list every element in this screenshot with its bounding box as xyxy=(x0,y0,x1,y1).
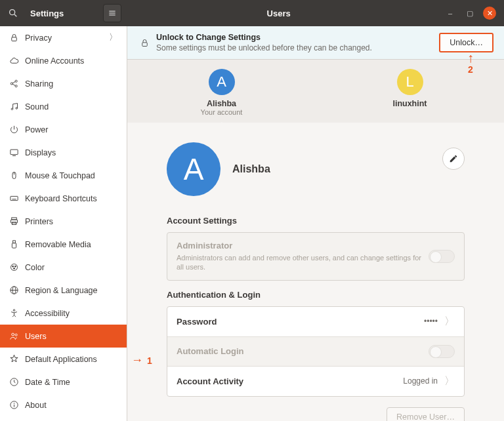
unlock-heading: Unlock to Change Settings xyxy=(156,33,439,42)
sidebar-item-label: About xyxy=(24,401,117,410)
page-title: Users xyxy=(121,9,436,18)
sidebar-item-removable-media[interactable]: Removable Media xyxy=(0,233,127,256)
sidebar-item-accessibility[interactable]: Accessibility xyxy=(0,302,127,325)
content: A Alishba Account Settings Administrator… xyxy=(127,123,504,421)
svg-rect-17 xyxy=(10,196,18,200)
minimize-button[interactable]: – xyxy=(444,7,457,20)
power-icon xyxy=(9,125,24,134)
user-sub: Your account xyxy=(127,108,316,116)
keyboard-icon xyxy=(9,193,24,203)
chevron-right-icon: 〉 xyxy=(442,315,455,329)
sidebar-item-power[interactable]: Power xyxy=(0,118,127,141)
profile-row: A Alishba xyxy=(167,142,465,196)
printer-icon xyxy=(9,216,24,226)
display-icon xyxy=(9,148,24,157)
sidebar-item-about[interactable]: About xyxy=(0,393,127,416)
music-icon xyxy=(9,102,24,111)
sidebar-item-online-accounts[interactable]: Online Accounts xyxy=(0,49,127,72)
color-icon xyxy=(9,262,24,272)
sidebar-item-color[interactable]: Color xyxy=(0,256,127,279)
sidebar-item-privacy[interactable]: Privacy 〉 xyxy=(0,26,127,49)
svg-line-10 xyxy=(12,84,15,86)
sidebar-item-label: Keyboard Shortcuts xyxy=(24,194,117,203)
svg-point-6 xyxy=(10,83,12,85)
auto-login-toggle xyxy=(429,345,455,358)
globe-icon xyxy=(9,285,24,295)
activity-value: Logged in xyxy=(403,376,442,386)
share-icon xyxy=(9,79,24,89)
unlock-banner: Unlock to Change Settings Some settings … xyxy=(127,26,504,60)
main-pane: Unlock to Change Settings Some settings … xyxy=(127,26,504,421)
sidebar-item-mouse-touchpad[interactable]: Mouse & Touchpad xyxy=(0,164,127,187)
titlebar: Settings Users – ▢ ✕ xyxy=(0,0,504,26)
sidebar-item-label: Sound xyxy=(24,102,117,111)
svg-point-27 xyxy=(14,268,15,269)
hamburger-button[interactable] xyxy=(103,4,121,22)
svg-point-11 xyxy=(11,108,13,110)
close-button[interactable]: ✕ xyxy=(483,7,496,20)
sidebar-item-label: Displays xyxy=(24,148,117,157)
star-icon xyxy=(9,354,24,364)
window-controls: – ▢ ✕ xyxy=(436,7,504,20)
chevron-right-icon: 〉 xyxy=(109,32,117,43)
svg-rect-5 xyxy=(12,37,17,41)
sidebar-item-label: Date & Time xyxy=(24,378,117,387)
sidebar-item-label: Power xyxy=(24,125,117,134)
sidebar: Privacy 〉 Online Accounts Sharing Sound … xyxy=(0,26,127,421)
info-icon xyxy=(9,400,24,410)
svg-point-12 xyxy=(16,108,18,110)
sidebar-item-users[interactable]: Users xyxy=(0,325,127,348)
sidebar-item-region-language[interactable]: Region & Language xyxy=(0,279,127,302)
sidebar-item-label: Privacy xyxy=(24,33,109,43)
remove-user-button: Remove User… xyxy=(387,407,465,421)
svg-point-33 xyxy=(15,334,17,336)
svg-point-37 xyxy=(14,403,14,404)
users-bar: A Alishba Your accountL linuxhint xyxy=(127,60,504,123)
avatar: A xyxy=(209,69,235,95)
edit-name-button[interactable] xyxy=(442,148,465,170)
sidebar-item-sound[interactable]: Sound xyxy=(0,95,127,118)
search-button[interactable] xyxy=(0,0,26,26)
maximize-button[interactable]: ▢ xyxy=(463,7,476,20)
svg-point-0 xyxy=(10,10,15,15)
password-value: ••••• xyxy=(424,317,442,326)
avatar: L xyxy=(397,69,423,95)
svg-rect-22 xyxy=(13,241,16,243)
auth-heading: Authentication & Login xyxy=(167,290,465,300)
svg-point-8 xyxy=(15,85,17,87)
lock-icon xyxy=(9,33,24,43)
account-settings-heading: Account Settings xyxy=(167,216,465,226)
password-label: Password xyxy=(177,317,424,327)
sidebar-item-sharing[interactable]: Sharing xyxy=(0,72,127,95)
svg-point-24 xyxy=(11,264,18,271)
accessibility-icon xyxy=(9,308,24,318)
profile-avatar[interactable]: A xyxy=(167,142,220,196)
user-name: linuxhint xyxy=(316,99,504,108)
sidebar-item-printers[interactable]: Printers xyxy=(0,210,127,233)
svg-point-7 xyxy=(15,80,17,82)
activity-label: Account Activity xyxy=(177,376,403,386)
sidebar-item-label: Region & Language xyxy=(24,286,117,295)
sidebar-item-displays[interactable]: Displays xyxy=(0,141,127,164)
sidebar-item-default-applications[interactable]: Default Applications xyxy=(0,348,127,371)
unlock-button[interactable]: Unlock… xyxy=(439,33,494,52)
sidebar-item-date-time[interactable]: Date & Time xyxy=(0,371,127,393)
auth-panel: Password ••••• 〉 Automatic Login Account… xyxy=(167,306,465,397)
svg-line-1 xyxy=(14,14,16,16)
profile-name: Alishba xyxy=(232,163,270,175)
svg-rect-23 xyxy=(12,243,16,249)
activity-row[interactable]: Account Activity Logged in 〉 xyxy=(167,367,464,396)
sidebar-item-keyboard-shortcuts[interactable]: Keyboard Shortcuts xyxy=(0,187,127,210)
user-chip-linuxhint[interactable]: L linuxhint xyxy=(316,69,504,123)
administrator-row: Administrator Administrators can add and… xyxy=(167,233,464,280)
sidebar-item-label: Online Accounts xyxy=(24,56,117,66)
sidebar-item-label: Mouse & Touchpad xyxy=(24,171,117,180)
user-chip-alishba[interactable]: A Alishba Your account xyxy=(127,69,316,123)
svg-rect-38 xyxy=(142,42,147,46)
password-row[interactable]: Password ••••• 〉 xyxy=(167,307,464,337)
sidebar-item-label: Default Applications xyxy=(24,355,117,364)
auto-login-row: Automatic Login xyxy=(167,337,464,367)
sidebar-item-label: Accessibility xyxy=(24,309,117,318)
sidebar-item-label: Color xyxy=(24,263,117,272)
unlock-sub: Some settings must be unlocked before th… xyxy=(156,43,439,52)
